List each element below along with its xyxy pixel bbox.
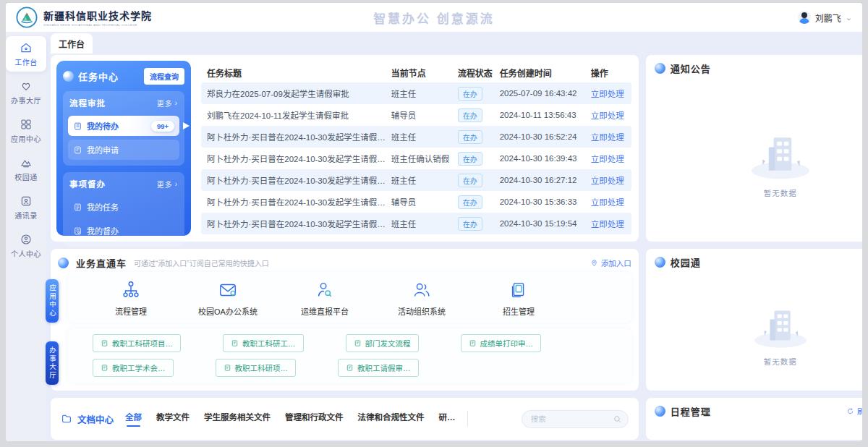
add-entry-link[interactable]: 添加入口: [590, 257, 631, 268]
quick-link-button[interactable]: 教职工科研项…: [216, 359, 297, 377]
folder-icon: [61, 413, 72, 425]
mountain-cloud-icon: [20, 156, 33, 169]
vertical-tab-service-hall[interactable]: 办事大厅: [46, 341, 59, 385]
sidebar-item-app-center[interactable]: 应用中心: [6, 113, 46, 148]
person-circle-icon: [20, 233, 33, 246]
heart-icon: [20, 80, 33, 93]
form-icon: [469, 339, 477, 347]
tab-workbench[interactable]: 工作台: [51, 33, 93, 54]
grid-icon: [20, 118, 33, 131]
doc-tab-all[interactable]: 全部: [125, 411, 142, 427]
status-badge: 在办: [458, 195, 482, 209]
handle-now-link[interactable]: 立即处理: [591, 220, 624, 229]
vertical-tab-app-center[interactable]: 应用中心: [46, 279, 59, 323]
people-icon: [411, 279, 433, 301]
empty-illustration: [739, 125, 822, 183]
table-row[interactable]: 阿卜杜外力·买日普在2024-10-30发起学生请假… 班主任 在办 2024-…: [201, 126, 631, 148]
status-badge: 在办: [458, 130, 482, 144]
user-name: 刘鹏飞: [815, 12, 841, 24]
schedule-panel: 日程管理 刷新 更多 ›: [646, 398, 862, 440]
table-row[interactable]: 阿卜杜外力·买日普在2024-10-30发起学生请假… 班主任确认销假 在办 2…: [201, 148, 631, 169]
app-admission[interactable]: 招生管理: [488, 279, 550, 317]
doc-center-title: 文档中心: [61, 412, 114, 426]
task-center-card: 任务中心 流程查询 流程审批 更多 ›: [51, 55, 639, 242]
my-supervision-item[interactable]: 我的督办: [68, 221, 179, 241]
app-campus-oa[interactable]: 校园OA办公系统: [197, 279, 259, 317]
my-application-item[interactable]: 我的申请: [68, 140, 179, 160]
table-row[interactable]: 刘鹏飞在2024-10-11发起学生请假审批 辅导员 在办 2024-10-11…: [201, 104, 631, 126]
more-link[interactable]: 更多 ›: [157, 98, 178, 108]
doc-tab-student-service[interactable]: 学生服务相关文件: [204, 411, 271, 427]
form-icon: [354, 339, 362, 347]
doc-center-card: 文档中心 全部 教学文件 学生服务相关文件 管理和行政文件 法律和合规性文件 研…: [51, 398, 639, 440]
main-content: 工作台 任务中心 流程查询: [46, 32, 862, 441]
doc-tab-teaching[interactable]: 教学文件: [156, 411, 190, 427]
my-tasks-item[interactable]: 我的任务: [68, 197, 179, 217]
process-approval-group: 流程审批 更多 › 我的待办 99+: [63, 91, 184, 166]
form-icon: [224, 364, 231, 372]
form-icon: [346, 364, 354, 372]
checklist-icon: [73, 203, 82, 212]
more-link[interactable]: 更多 ›: [157, 179, 178, 190]
chevron-down-icon: ⌄: [846, 13, 852, 22]
my-todo-item[interactable]: 我的待办 99+: [68, 116, 179, 136]
person-search-icon: [314, 279, 336, 301]
doc-tab-research[interactable]: 研…: [439, 411, 456, 427]
refresh-icon: [846, 407, 854, 415]
handle-now-link[interactable]: 立即处理: [591, 111, 624, 120]
sidebar-item-personal[interactable]: 个人中心: [6, 228, 46, 263]
handle-now-link[interactable]: 立即处理: [591, 176, 624, 185]
sidebar-item-contacts[interactable]: 通讯录: [6, 190, 46, 225]
status-badge: 在办: [458, 87, 482, 101]
schedule-title: 日程管理: [671, 404, 711, 418]
empty-state: 暂无数据: [646, 276, 862, 391]
handle-now-link[interactable]: 立即处理: [591, 90, 624, 98]
task-center-icon: [63, 71, 74, 82]
page-tabbar: 工作台: [51, 32, 862, 54]
todo-count-badge: 99+: [151, 121, 174, 132]
status-badge: 在办: [458, 152, 482, 166]
notice-panel: 通知公告 查看更多 ›: [646, 55, 862, 242]
handle-now-link[interactable]: 立即处理: [591, 155, 624, 163]
college-name: 新疆科信职业技术学院: [43, 8, 152, 22]
quick-link-button[interactable]: 教职工科研项目…: [93, 334, 181, 352]
business-express-title: 业务直通车: [76, 256, 127, 270]
quick-link-button[interactable]: 教职工学术会…: [93, 359, 174, 377]
document-icon: [73, 122, 82, 131]
empty-state: 暂无数据: [646, 82, 862, 242]
contact-card-icon: [20, 195, 33, 208]
quick-link-button[interactable]: 成绩单打印申…: [461, 334, 542, 352]
doc-tab-admin[interactable]: 管理和行政文件: [285, 411, 344, 427]
college-logo-icon: [16, 7, 38, 28]
form-icon: [231, 339, 239, 347]
task-table-header: 任务标题 当前节点 流程状态 任务创建时间 操作: [201, 62, 631, 82]
status-badge: 在办: [458, 174, 482, 187]
handle-now-link[interactable]: 立即处理: [591, 133, 624, 142]
divider: [467, 411, 468, 427]
form-icon: [101, 364, 109, 372]
quick-link-button[interactable]: 教职工请假审…: [338, 359, 419, 377]
app-ops-report[interactable]: 运维直报平台: [294, 279, 356, 317]
home-icon: [20, 41, 33, 54]
table-row[interactable]: 阿卜杜外力·买日普在2024-10-30发起学生请假… 班主任 在办 2024-…: [201, 213, 631, 234]
business-express-subtitle: 可通过“添加入口”订阅自己常用的快捷入口: [134, 257, 269, 268]
doc-tab-legal[interactable]: 法律和合规性文件: [358, 411, 425, 427]
app-activity-org[interactable]: 活动组织系统: [391, 279, 453, 317]
handle-now-link[interactable]: 立即处理: [591, 198, 624, 207]
quick-link-button[interactable]: 部门发文流程: [346, 334, 419, 352]
chevron-right-icon: ›: [175, 180, 178, 188]
schedule-icon: [655, 406, 665, 417]
sidebar-item-campus[interactable]: 校园通: [6, 151, 46, 187]
refresh-link[interactable]: 刷新: [846, 406, 862, 417]
table-row[interactable]: 郑良力在2025-07-09发起学生请假审批 班主任 在办 2025-07-09…: [201, 82, 631, 104]
sidebar-item-workbench[interactable]: 工作台: [6, 36, 46, 72]
quick-link-button[interactable]: 教职工科研工…: [223, 334, 304, 352]
sidebar-item-service-hall[interactable]: 办事大厅: [6, 74, 46, 110]
app-process-management[interactable]: 流程管理: [100, 279, 162, 317]
user-menu[interactable]: 刘鹏飞 ⌄: [798, 11, 852, 24]
quick-links-panel: 教职工科研项目… 教职工科研工… 部门发文流程: [68, 328, 631, 383]
table-row[interactable]: 阿卜杜外力·买日普在2024-10-30发起学生请假… 班主任 在办 2024-…: [201, 169, 631, 191]
process-query-button[interactable]: 流程查询: [144, 68, 184, 85]
table-row[interactable]: 阿卜杜外力·买日普在2024-10-30发起学生请假… 辅导员 在办 2024-…: [201, 191, 631, 213]
notice-title: 通知公告: [671, 61, 711, 75]
